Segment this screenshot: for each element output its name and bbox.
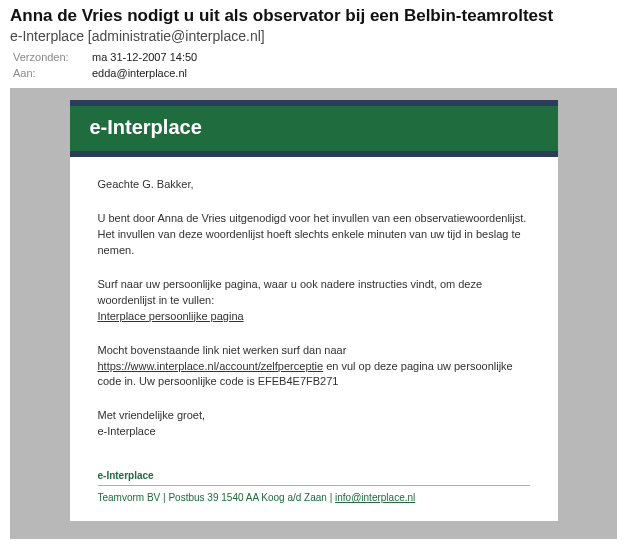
salutation: Geachte G. Bakker, bbox=[98, 177, 530, 193]
alt-url-link[interactable]: https://www.interplace.nl/account/zelfpe… bbox=[98, 360, 324, 372]
footer-mail-link[interactable]: info@interplace.nl bbox=[335, 492, 415, 503]
meta-sent-label: Verzonden: bbox=[12, 50, 89, 64]
body-paragraph-2: Surf naar uw persoonlijke pagina, waar u… bbox=[98, 277, 530, 325]
email-meta: Verzonden: ma 31-12-2007 14:50 Aan: edda… bbox=[10, 48, 200, 82]
email-subject: Anna de Vries nodigt u uit als observato… bbox=[10, 6, 617, 26]
email-from: e-Interplace [administratie@interplace.n… bbox=[10, 28, 617, 44]
meta-to-value: edda@interplace.nl bbox=[91, 66, 198, 80]
email-body-area: e-Interplace Geachte G. Bakker, U bent d… bbox=[10, 88, 617, 539]
panel-header: e-Interplace bbox=[70, 100, 558, 157]
closing: Met vriendelijke groet, e-Interplace bbox=[98, 408, 530, 440]
content-panel: e-Interplace Geachte G. Bakker, U bent d… bbox=[70, 100, 558, 521]
body-paragraph-1: U bent door Anna de Vries uitgenodigd vo… bbox=[98, 211, 530, 259]
footer-brand: e-Interplace bbox=[98, 470, 530, 486]
meta-to-label: Aan: bbox=[12, 66, 89, 80]
personal-page-link[interactable]: Interplace persoonlijke pagina bbox=[98, 310, 244, 322]
body-paragraph-3: Mocht bovenstaande link niet werken surf… bbox=[98, 343, 530, 391]
meta-sent-value: ma 31-12-2007 14:50 bbox=[91, 50, 198, 64]
footer-line: Teamvorm BV | Postbus 39 1540 AA Koog a/… bbox=[98, 492, 530, 503]
panel-footer: e-Interplace Teamvorm BV | Postbus 39 15… bbox=[70, 464, 558, 521]
